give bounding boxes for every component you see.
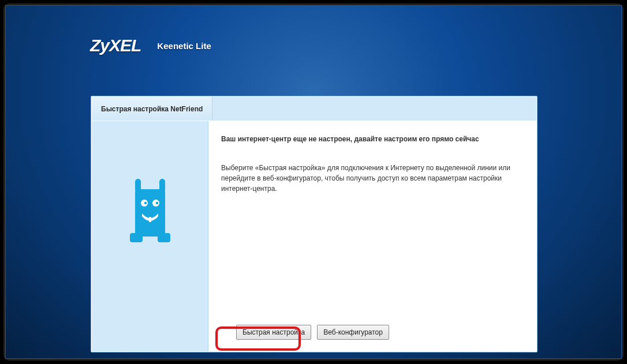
router-admin-viewport: ZyXEL Keenetic Lite Быстрая настройка Ne… (5, 5, 622, 359)
svg-point-8 (144, 202, 147, 205)
svg-rect-4 (158, 233, 170, 242)
svg-rect-1 (135, 179, 141, 193)
setup-heading: Ваш интернет-центр еще не настроен, дава… (221, 135, 524, 143)
action-bar: Быстрая настройка Веб-конфигуратор (221, 325, 524, 343)
svg-rect-7 (149, 217, 151, 222)
setup-panel: Быстрая настройка NetFriend (91, 96, 538, 352)
svg-rect-3 (130, 233, 143, 242)
product-name: Keenetic Lite (157, 41, 211, 51)
svg-rect-2 (159, 179, 165, 193)
tab-quick-setup[interactable]: Быстрая настройка NetFriend (92, 97, 212, 121)
tab-label: Быстрая настройка NetFriend (101, 105, 203, 113)
header: ZyXEL Keenetic Lite (90, 36, 211, 55)
brand-logo: ZyXEL (90, 36, 141, 55)
netfriend-mascot-icon (128, 179, 173, 242)
quick-setup-button[interactable]: Быстрая настройка (236, 325, 311, 340)
side-illustration (92, 121, 208, 351)
tab-strip: Быстрая настройка NetFriend (92, 97, 536, 121)
content-area: Ваш интернет-центр еще не настроен, дава… (208, 121, 536, 351)
svg-rect-0 (135, 189, 165, 237)
web-configurator-button[interactable]: Веб-конфигуратор (317, 325, 389, 340)
setup-description: Выберите «Быстрая настройка» для подключ… (221, 163, 524, 194)
svg-point-9 (155, 202, 158, 205)
